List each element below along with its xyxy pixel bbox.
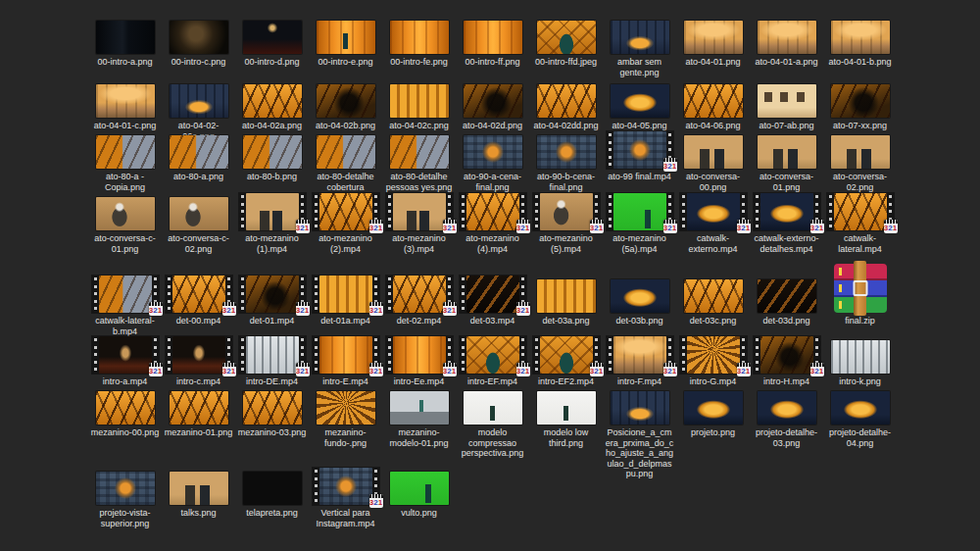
file-item[interactable]: 321intro-F.mp4 — [603, 330, 676, 387]
filmstrip-sprockets-icon — [92, 336, 99, 374]
image-preview — [170, 472, 228, 505]
video-frame-image — [687, 336, 740, 374]
image-thumbnail — [831, 330, 890, 374]
image-preview — [464, 135, 522, 169]
filmstrip-frame: 321 — [607, 131, 673, 169]
file-item[interactable]: 321intro-a.mp4 — [88, 330, 162, 387]
file-item[interactable]: 00-intro-c.png — [162, 11, 235, 77]
file-item[interactable]: 321intro-c.mp4 — [162, 330, 235, 387]
file-item[interactable]: projeto-detalhe-03.png — [750, 381, 823, 479]
file-name-label: mezanino-fundo-.png — [311, 427, 380, 448]
file-item[interactable]: 321det-01a.mp4 — [309, 270, 382, 336]
image-preview — [684, 21, 743, 54]
file-item[interactable]: vulto.png — [382, 462, 456, 528]
file-item[interactable]: 321det-03.mp4 — [456, 270, 529, 336]
file-item[interactable]: projeto-detalhe-04.png — [823, 381, 897, 479]
image-thumbnail — [537, 270, 596, 313]
image-thumbnail — [96, 75, 155, 118]
filmstrip-frame: 321 — [607, 193, 673, 230]
file-item[interactable]: ambar sem gente.png — [603, 11, 676, 77]
file-item[interactable]: intro-k.png — [823, 330, 897, 387]
file-item[interactable]: 321catwalk-lateral.mp4 — [823, 187, 897, 254]
file-item[interactable]: 321intro-EF2.mp4 — [529, 330, 603, 387]
media-player-badge-icon: 321 — [663, 363, 677, 376]
file-name-label: mezanino-03.png — [237, 427, 307, 438]
file-item[interactable]: talks.png — [162, 462, 235, 528]
file-item[interactable]: ato-conversa-c-02.png — [162, 187, 235, 254]
file-item[interactable]: 321ato-mezanino (4).mp4 — [456, 187, 529, 254]
video-thumbnail: 321 — [386, 330, 453, 374]
file-item[interactable]: 00-intro-fe.png — [382, 11, 456, 77]
file-item[interactable]: modelo compressao perspectiva.png — [456, 381, 529, 479]
file-item[interactable]: final.zip — [823, 270, 897, 336]
file-item[interactable]: det-03c.png — [676, 270, 750, 336]
filmstrip-sprockets-icon — [313, 193, 319, 230]
video-thumbnail: 321 — [754, 187, 820, 230]
file-item[interactable]: 00-intro-ff.png — [456, 11, 529, 77]
file-name-label: 00-intro-ff.png — [458, 57, 527, 68]
video-thumbnail: 321 — [166, 270, 232, 313]
image-thumbnail — [464, 125, 522, 169]
file-item[interactable]: 321intro-G.mp4 — [676, 330, 750, 387]
image-preview — [243, 472, 302, 505]
filmstrip-sprockets-icon — [680, 336, 687, 374]
file-item[interactable]: 321catwalk-externo.mp4 — [676, 187, 750, 254]
file-item[interactable]: 321det-00.mp4 — [162, 270, 235, 336]
file-item[interactable]: 00-intro-d.png — [235, 11, 309, 77]
image-thumbnail — [96, 125, 155, 169]
file-item[interactable]: 321catwalk-externo-detalhes.mp4 — [750, 187, 823, 254]
filmstrip-frame: 321 — [754, 193, 820, 230]
file-item[interactable]: 321intro-EF.mp4 — [456, 330, 529, 387]
file-item[interactable]: 321ato-mezanino (5).mp4 — [529, 187, 603, 254]
image-thumbnail — [243, 462, 302, 505]
file-item[interactable]: 321intro-DE.mp4 — [235, 330, 309, 387]
image-preview — [537, 391, 596, 425]
file-item[interactable]: ato-04-01-a.png — [750, 11, 823, 77]
file-item[interactable]: ato-04-01.png — [676, 11, 750, 77]
file-item[interactable]: modelo low third.png — [529, 381, 603, 479]
filmstrip-frame: 321 — [92, 276, 159, 313]
image-preview — [831, 391, 890, 425]
image-thumbnail — [537, 11, 596, 54]
media-player-badge-icon: 321 — [296, 363, 310, 376]
file-item[interactable]: Posicione_a_cmera_prxima_do_cho_ajuste_a… — [603, 381, 676, 479]
file-item[interactable]: projeto.png — [676, 381, 750, 479]
badge-digits: 321 — [296, 224, 310, 233]
media-player-badge-icon: 321 — [296, 220, 310, 233]
file-item[interactable]: 321ato-mezanino (1).mp4 — [235, 187, 309, 254]
image-preview — [390, 135, 449, 169]
file-item[interactable]: 321Vertical para Instagram.mp4 — [309, 462, 382, 528]
file-item[interactable]: 321ato-mezanino (3).mp4 — [382, 187, 456, 254]
file-item[interactable]: projeto-vista-superior.png — [88, 462, 162, 528]
file-item[interactable]: 321intro-Ee.mp4 — [382, 330, 456, 387]
filmstrip-frame: 321 — [827, 193, 894, 230]
file-item[interactable]: 00-intro-ffd.jpeg — [529, 11, 603, 77]
badge-digits: 321 — [222, 306, 236, 316]
file-item[interactable]: 00-intro-e.png — [309, 11, 382, 77]
file-item[interactable]: det-03a.png — [529, 270, 603, 336]
video-frame-image — [99, 336, 152, 374]
video-thumbnail: 321 — [239, 330, 306, 374]
image-thumbnail — [317, 381, 375, 425]
file-item[interactable]: telapreta.png — [235, 462, 309, 528]
file-item[interactable]: ato-conversa-c-01.png — [88, 187, 162, 254]
file-item[interactable]: det-03b.png — [603, 270, 676, 336]
filmstrip-frame: 321 — [386, 336, 453, 374]
media-player-badge-icon: 321 — [810, 363, 824, 376]
file-item[interactable]: 321ato-mezanino (5a).mp4 — [603, 187, 676, 254]
image-thumbnail — [684, 125, 743, 169]
file-name-label: det-02.mp4 — [384, 316, 454, 326]
file-item[interactable]: 321det-01.mp4 — [235, 270, 309, 336]
media-player-badge-icon: 321 — [516, 363, 530, 376]
file-item[interactable]: 00-intro-a.png — [88, 11, 162, 77]
file-item[interactable]: 321det-02.mp4 — [382, 270, 456, 336]
file-item[interactable]: 321catwalk-lateral-b.mp4 — [88, 270, 162, 336]
file-name-label: ato-mezanino (4).mp4 — [458, 233, 527, 254]
file-item[interactable]: det-03d.png — [750, 270, 823, 336]
file-item[interactable]: 321ato-mezanino (2).mp4 — [309, 187, 382, 254]
file-item[interactable]: 321intro-H.mp4 — [750, 330, 823, 387]
filmstrip-frame: 321 — [460, 336, 526, 374]
file-item[interactable]: ato-04-01-b.png — [823, 11, 897, 77]
filmstrip-sprockets-icon — [607, 193, 613, 230]
file-item[interactable]: 321intro-E.mp4 — [309, 330, 382, 387]
